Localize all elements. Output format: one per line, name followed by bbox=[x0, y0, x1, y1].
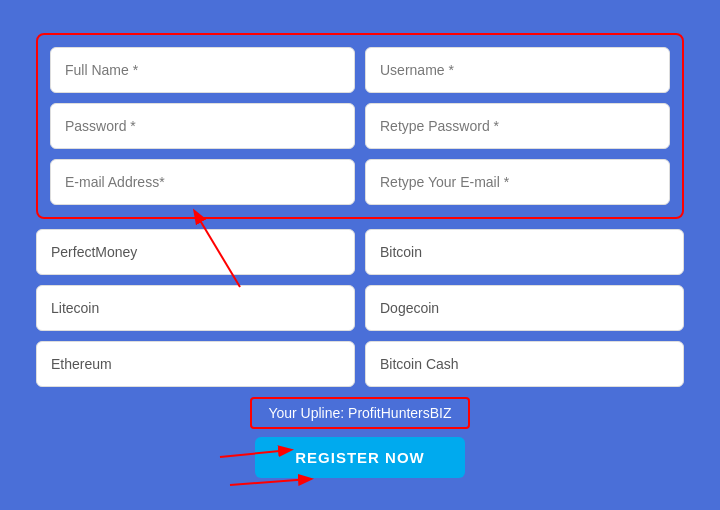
dogecoin-field: Dogecoin bbox=[365, 285, 684, 331]
form-container: PerfectMoney Bitcoin Litecoin Dogecoin E… bbox=[20, 17, 700, 494]
bitcoin-field: Bitcoin bbox=[365, 229, 684, 275]
register-button[interactable]: REGISTER NOW bbox=[255, 437, 465, 478]
retype-password-input[interactable] bbox=[365, 103, 670, 149]
ethereum-field: Ethereum bbox=[36, 341, 355, 387]
email-input[interactable] bbox=[50, 159, 355, 205]
litecoin-field: Litecoin bbox=[36, 285, 355, 331]
upline-box: Your Upline: ProfitHuntersBIZ bbox=[250, 397, 469, 429]
password-input[interactable] bbox=[50, 103, 355, 149]
full-name-input[interactable] bbox=[50, 47, 355, 93]
svg-line-3 bbox=[230, 479, 310, 485]
registration-section bbox=[36, 33, 684, 219]
payment-section: PerfectMoney Bitcoin Litecoin Dogecoin E… bbox=[36, 229, 684, 387]
perfectmoney-field: PerfectMoney bbox=[36, 229, 355, 275]
username-input[interactable] bbox=[365, 47, 670, 93]
retype-email-input[interactable] bbox=[365, 159, 670, 205]
bottom-section: Your Upline: ProfitHuntersBIZ REGISTER N… bbox=[36, 397, 684, 478]
bitcoin-cash-field: Bitcoin Cash bbox=[365, 341, 684, 387]
